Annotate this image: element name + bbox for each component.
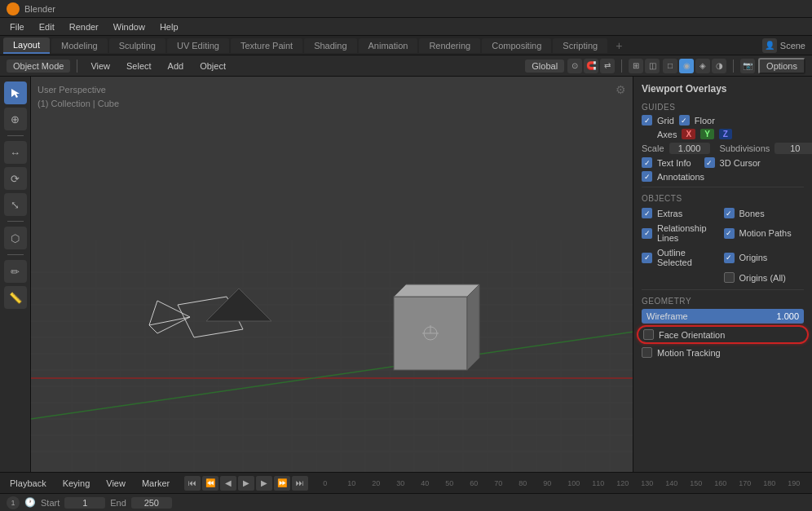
t120: 120 <box>616 479 641 487</box>
motion-tracking-row: Motion Tracking <box>637 346 809 359</box>
tab-uv-editing[interactable]: UV Editing <box>167 38 229 53</box>
menu-window[interactable]: Window <box>107 20 152 33</box>
menu-edit[interactable]: Edit <box>33 20 61 33</box>
origins-checkbox[interactable]: ✓ <box>724 253 735 263</box>
separator2 <box>621 59 622 73</box>
tab-shading[interactable]: Shading <box>304 38 356 53</box>
grid-label: Grid <box>657 116 674 126</box>
tab-modeling[interactable]: Modeling <box>51 38 108 53</box>
overlay-icon[interactable]: ⊞ <box>629 59 643 73</box>
snap-icon[interactable]: 🧲 <box>584 59 598 73</box>
cursor-3d-checkbox[interactable]: ✓ <box>704 157 715 168</box>
left-toolbar: ⊕ ↔ ⟳ ⤡ ⬡ ✏ 📏 <box>0 77 31 472</box>
menu-file[interactable]: File <box>3 20 31 33</box>
end-label: End <box>110 498 126 508</box>
view-menu[interactable]: View <box>84 59 117 73</box>
scene-label: Scene <box>780 41 805 51</box>
subdivisions-value[interactable]: 10 <box>774 143 812 154</box>
t170: 170 <box>739 479 763 487</box>
render-icon[interactable]: ◑ <box>712 59 726 73</box>
motion-paths-row: ✓ Motion Paths <box>724 222 805 244</box>
add-workspace-button[interactable]: + <box>609 37 629 55</box>
extras-checkbox[interactable]: ✓ <box>642 208 652 218</box>
annotations-checkbox[interactable]: ✓ <box>642 171 652 182</box>
viewport-settings-icon[interactable]: ⚙ <box>616 83 626 96</box>
svg-marker-49 <box>394 284 479 297</box>
timeline: Playback Keying View Marker ⏮ ⏪ ◀ ▶ ▶ ⏩ … <box>0 472 812 493</box>
prev-frame-btn[interactable]: ⏪ <box>202 476 218 491</box>
axis-y-btn[interactable]: Y <box>700 129 714 139</box>
menu-render[interactable]: Render <box>63 20 105 33</box>
rel-lines-checkbox[interactable]: ✓ <box>642 228 652 239</box>
blender-logo <box>7 2 20 15</box>
next-keyframe-btn[interactable]: ▶ <box>256 476 272 491</box>
annotate-tool[interactable]: ✏ <box>4 260 27 283</box>
user-icon[interactable]: 👤 <box>762 38 777 53</box>
playback-menu[interactable]: Playback <box>3 477 53 490</box>
tab-rendering[interactable]: Rendering <box>419 38 480 53</box>
tool-sep2 <box>7 221 24 222</box>
tab-texture-paint[interactable]: Texture Paint <box>231 38 302 53</box>
motion-tracking-checkbox[interactable] <box>642 347 652 358</box>
axis-z-btn[interactable]: Z <box>719 129 732 139</box>
add-menu[interactable]: Add <box>161 59 191 73</box>
move-tool[interactable]: ↔ <box>4 141 27 164</box>
transform-tool[interactable]: ⬡ <box>4 227 27 249</box>
solid-icon[interactable]: ◉ <box>679 59 694 73</box>
jump-start-btn[interactable]: ⏮ <box>184 476 201 491</box>
tab-scripting[interactable]: Scripting <box>553 38 607 53</box>
tab-animation[interactable]: Animation <box>359 38 418 53</box>
prev-keyframe-btn[interactable]: ◀ <box>220 476 236 491</box>
t100: 100 <box>567 479 592 487</box>
object-mode-selector[interactable]: Object Mode <box>7 59 70 73</box>
origins-all-checkbox[interactable] <box>724 272 735 283</box>
select-tool[interactable] <box>4 81 27 104</box>
marker-menu[interactable]: Marker <box>135 477 176 490</box>
wireframe-icon[interactable]: □ <box>663 59 677 73</box>
keying-menu[interactable]: Keying <box>56 477 97 490</box>
outline-selected-checkbox[interactable]: ✓ <box>642 253 652 263</box>
face-orientation-checkbox[interactable] <box>643 329 654 340</box>
next-frame-btn[interactable]: ⏩ <box>274 476 290 491</box>
bones-label: Bones <box>739 209 765 218</box>
end-value[interactable]: 250 <box>131 497 172 509</box>
view-menu-timeline[interactable]: View <box>99 477 132 490</box>
grid-checkbox[interactable]: ✓ <box>642 115 652 126</box>
floor-checkbox[interactable]: ✓ <box>679 115 690 126</box>
motion-paths-checkbox[interactable]: ✓ <box>724 228 735 239</box>
jump-end-btn[interactable]: ⏭ <box>292 476 308 491</box>
origins-label: Origins <box>739 253 768 262</box>
viewport-shading: □ ◉ ◈ ◑ <box>663 59 726 73</box>
axes-row: Axes X Y Z <box>637 127 809 141</box>
tab-layout[interactable]: Layout <box>3 37 50 54</box>
scale-tool[interactable]: ⤡ <box>4 193 27 216</box>
tab-sculpting[interactable]: Sculpting <box>109 38 165 53</box>
xray-icon[interactable]: ◫ <box>645 59 660 73</box>
transform-icon[interactable]: ⇄ <box>600 59 615 73</box>
start-value[interactable]: 1 <box>64 497 105 509</box>
geometry-bar[interactable]: Wireframe 1.000 <box>642 309 804 324</box>
options-button[interactable]: Options <box>758 58 805 74</box>
transform-orientation[interactable]: Global <box>525 59 564 73</box>
t0: 0 <box>323 479 347 487</box>
cursor-3d-label: 3D Cursor <box>720 158 761 168</box>
menu-help[interactable]: Help <box>153 20 185 33</box>
t150: 150 <box>690 479 714 487</box>
play-btn[interactable]: ▶ <box>238 476 254 491</box>
proportional-icon[interactable]: ⊙ <box>567 59 582 73</box>
axis-x-btn[interactable]: X <box>682 129 695 139</box>
select-menu[interactable]: Select <box>120 59 158 73</box>
cursor-tool[interactable]: ⊕ <box>4 108 27 130</box>
svg-point-0 <box>9 5 17 13</box>
rotate-tool[interactable]: ⟳ <box>4 167 27 190</box>
tab-compositing[interactable]: Compositing <box>482 38 551 53</box>
viewport[interactable]: User Perspective (1) Collection | Cube ⚙ <box>31 77 633 472</box>
camera-icon[interactable]: 📷 <box>740 59 755 73</box>
t190: 190 <box>788 479 812 487</box>
text-info-checkbox[interactable]: ✓ <box>642 157 652 168</box>
object-menu[interactable]: Object <box>193 59 232 73</box>
measure-tool[interactable]: 📏 <box>4 286 27 309</box>
bones-checkbox[interactable]: ✓ <box>724 208 735 218</box>
scale-value[interactable]: 1.000 <box>669 143 710 154</box>
material-icon[interactable]: ◈ <box>695 59 710 73</box>
